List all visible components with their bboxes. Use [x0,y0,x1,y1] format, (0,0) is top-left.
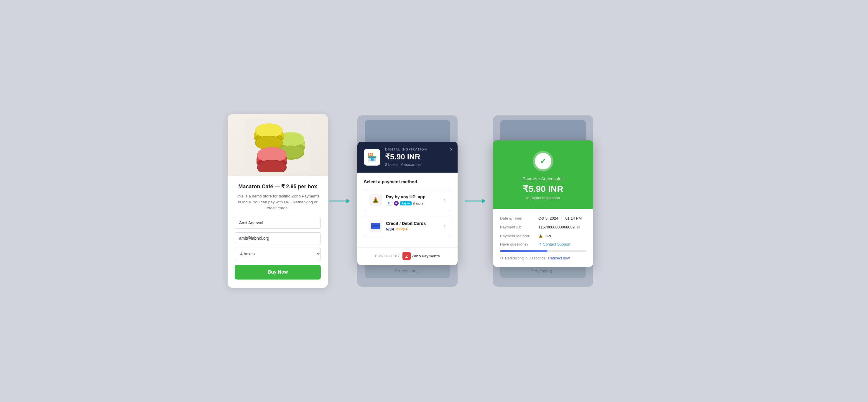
store-image [228,114,328,176]
second-arrow [465,197,486,205]
progress-bar-fill [500,250,548,252]
zoho-logo-icon: Z [402,252,411,260]
payment-method-row: Payment Method: UPI [500,233,586,238]
support-icon: ↺ [538,242,541,247]
card-icon-box [369,220,382,232]
svg-point-22 [258,148,286,162]
svg-text:Z: Z [405,254,408,259]
card-payment-option[interactable]: Credit / Debit Cards VISA RuPay⚡ › [364,215,451,237]
modal-close-button[interactable]: × [450,146,453,152]
section-title: Select a payment method [364,179,451,184]
store-description: This is a demo store for testing Zoho Pa… [235,193,321,211]
modal-amount: ₹5.90 INR [385,152,451,162]
card-option-title: Credit / Debit Cards [386,221,440,226]
first-arrow-container [328,197,351,205]
buy-now-button[interactable]: Buy Now [235,265,321,280]
payment-modal: 🏪 DIGITAL INSPIRATION ₹5.90 INR 2 boxes … [357,142,458,265]
rupay-logo: RuPay⚡ [396,228,408,231]
refresh-icon: ↺ [500,256,503,260]
redirect-text: ↺ Redirecting in 3 seconds. Redirect now [500,256,586,262]
success-body: Date & Time: Oct 5, 2024 | 01:14 PM Paym… [493,209,593,267]
upi-logos: G P Paytm & more [386,201,440,206]
success-check-inner: ✓ [535,153,551,169]
upi-icon [371,195,380,205]
redirecting-text: Redirecting in 3 seconds. [505,256,546,260]
upi-small-icon [538,233,543,238]
card-option-info: Credit / Debit Cards VISA RuPay⚡ [386,221,440,231]
modal-body: Select a payment method Pay by any UPI a… [357,173,458,247]
card-logos: VISA RuPay⚡ [386,227,440,231]
first-arrow [329,197,350,205]
date-row: Date & Time: Oct 5, 2024 | 01:14 PM [500,216,586,221]
success-amount: ₹5.90 INR [523,183,563,194]
payment-id-label: Payment ID: [500,225,538,229]
merchant-icon: 🏪 [364,149,380,165]
payments-text: Payments [422,254,440,258]
zoho-text: Zoho [412,254,421,258]
phonepe-logo: P [394,201,399,205]
upi-icon-box [369,194,382,206]
success-header: ✓ Payment Successful! ₹5.90 INR to Digit… [493,140,593,209]
date-value: Oct 5, 2024 [538,216,558,221]
modal-header: 🏪 DIGITAL INSPIRATION ₹5.90 INR 2 boxes … [357,142,458,173]
questions-row: Have questions? ↺ Contact Support [500,242,586,247]
success-check-circle: ✓ [533,151,553,171]
date-label: Date & Time: [500,216,538,221]
payment-panel: Processing... 🏪 DIGITAL INSPIRATION ₹5.9… [351,115,464,287]
redirect-now-link[interactable]: Redirect now [548,256,569,260]
second-arrow-container [464,197,487,205]
quantity-select[interactable]: 1 box 2 boxes 3 boxes 4 boxes [235,248,321,260]
upi-option-title: Pay by any UPI app [386,195,440,199]
store-icon: 🏪 [367,152,377,162]
zoho-payments-brand: Z Zoho Payments [402,252,440,260]
questions-label: Have questions? [500,242,538,247]
visa-logo: VISA [386,227,394,231]
merchant-info: DIGITAL INSPIRATION ₹5.90 INR 2 boxes of… [385,148,451,167]
success-to: to Digital Inspiration [526,196,560,200]
bg-top-placeholder [365,120,450,144]
more-label: & more [413,201,423,205]
store-title: Macaron Café — ₹ 2.95 per box [235,183,321,190]
success-modal: ✓ Payment Successful! ₹5.90 INR to Digit… [493,140,593,267]
upi-option-info: Pay by any UPI app G P Paytm & more [386,195,440,206]
email-input[interactable] [235,232,321,244]
contact-support-link[interactable]: Contact Support [543,242,570,247]
svg-point-14 [256,124,282,137]
copy-icon[interactable]: ⧉ [577,225,580,230]
card-icon [371,223,380,229]
card-chevron-icon: › [444,224,445,229]
powered-by-text: POWERED BY [375,254,400,258]
payment-id-row: Payment ID: 11670000000068069 ⧉ [500,225,586,230]
payment-method-value: UPI [545,234,551,238]
modal-desc: 2 boxes of macarons! [385,162,451,167]
progress-bar-container [500,250,586,252]
modal-footer: POWERED BY Z Zoho Payments [357,247,458,265]
store-panel: Macaron Café — ₹ 2.95 per box This is a … [228,114,328,288]
payment-id-value: 11670000000068069 [538,225,575,229]
merchant-name: DIGITAL INSPIRATION [385,148,451,151]
name-input[interactable] [235,217,321,229]
date-separator: | [561,216,562,221]
payment-method-label: Payment Method: [500,234,538,238]
time-value: 01:14 PM [565,216,582,221]
paytm-logo: Paytm [400,201,412,205]
success-label: Payment Successful! [522,176,564,181]
gpay-logo: G [386,201,393,206]
processing-label-1: Processing... [365,264,450,278]
upi-payment-option[interactable]: Pay by any UPI app G P Paytm & more › [364,189,451,211]
success-panel: Processing... ✓ Payment Successful! ₹5.9… [487,115,599,287]
upi-chevron-icon: › [444,197,445,203]
